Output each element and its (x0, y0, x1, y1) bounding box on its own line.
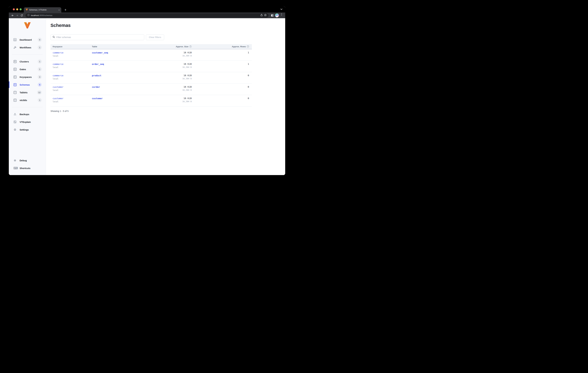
filter-input-container (51, 34, 144, 40)
keyspace-link[interactable]: customer (53, 86, 63, 88)
count-badge: 12 (37, 90, 42, 94)
approx-size-value: 16 KiB (142, 97, 192, 99)
browser-toolbar: localhost:3000/schemas (9, 12, 285, 18)
share-icon[interactable] (260, 14, 263, 17)
letter-icon: R (13, 60, 17, 63)
count-badge: 0 (38, 38, 42, 42)
schemas-table: Keyspace Table Approx. Size ? Approx. Ro… (51, 44, 252, 107)
table-link[interactable]: order_seq (92, 63, 104, 65)
keyboard-icon: ⌨ (13, 166, 17, 170)
sidebar-item-vtexplain[interactable]: VTExplain (9, 118, 46, 126)
tab-strip: Schemas | VTAdmin × + (9, 6, 285, 12)
column-header-keyspace: Keyspace (51, 45, 90, 48)
count-badge: 5 (38, 83, 42, 87)
close-tab-icon[interactable]: × (58, 9, 60, 11)
sidebar-item-vtctlds[interactable]: V vtctlds 1 (9, 96, 46, 104)
site-info-icon[interactable] (27, 14, 30, 17)
zoom-window-button[interactable] (20, 8, 22, 10)
url-address-bar[interactable]: localhost:3000/schemas (25, 13, 269, 18)
letter-icon: K (13, 75, 17, 78)
size-bytes-value: 16,384 B (142, 100, 192, 103)
vitess-logo (24, 22, 31, 29)
back-arrow-icon[interactable] (10, 13, 15, 18)
window-controls (13, 8, 22, 10)
browser-tab[interactable]: Schemas | VTAdmin × (24, 7, 61, 12)
profile-avatar[interactable] (275, 13, 279, 18)
vitess-favicon-icon (26, 9, 28, 11)
checklist-doc-icon (13, 120, 17, 123)
clear-filters-button[interactable]: Clear filters (146, 34, 164, 40)
kebab-menu-icon[interactable] (279, 13, 284, 18)
wrench-icon (13, 46, 17, 49)
sidebar-item-settings[interactable]: ⚙ Settings (9, 126, 46, 133)
approx-rows-value: 0 (192, 74, 249, 77)
table-link[interactable]: customer (92, 97, 103, 100)
download-icon (13, 113, 17, 116)
chevron-down-icon[interactable] (280, 8, 283, 10)
forward-arrow-icon[interactable] (15, 13, 19, 18)
count-badge: 1 (38, 67, 42, 71)
table-body: commerce local customer_seq 16 KiB 16,38… (51, 49, 252, 107)
keyspace-link[interactable]: customer (53, 97, 63, 100)
sidebar-item-gates[interactable]: G Gates 1 (9, 65, 46, 73)
cluster-label: local (53, 77, 90, 80)
main-panel: Schemas Clear filters Keyspace Table App… (46, 18, 285, 175)
sidebar-item-debug[interactable]: Debug (9, 156, 46, 164)
app-content: Dashboard 0 Workflows 1 R Clusters 1 G G… (9, 18, 285, 175)
sidebar-item-keyspaces[interactable]: K Keyspaces 3 (9, 73, 46, 81)
column-header-approx-rows: Approx. Rows ? (192, 45, 252, 48)
approx-rows-value: 0 (192, 86, 249, 88)
count-badge: 1 (38, 98, 42, 102)
sidebar-item-shortcuts[interactable]: ⌨ Shortcuts (9, 164, 46, 172)
gear-icon: ⚙ (13, 128, 17, 131)
sidebar-item-backups[interactable]: Backups (9, 110, 46, 118)
sidebar-item-clusters[interactable]: R Clusters 1 (9, 58, 46, 65)
bug-icon (13, 159, 17, 162)
sidebar-item-tablets[interactable]: T Tablets 12 (9, 88, 46, 96)
close-window-button[interactable] (13, 8, 15, 10)
approx-rows-value: 1 (192, 63, 249, 65)
letter-icon: V (13, 99, 17, 102)
filter-schemas-input[interactable] (56, 36, 142, 38)
keyspace-link[interactable]: commerce (53, 52, 63, 54)
size-bytes-value: 16,384 B (142, 77, 192, 80)
tab-title: Schemas | VTAdmin (29, 9, 57, 11)
minimize-window-button[interactable] (16, 8, 18, 10)
keyspace-link[interactable]: commerce (53, 63, 63, 65)
bookmark-star-icon[interactable] (264, 14, 267, 17)
url-text: localhost:3000/schemas (31, 14, 52, 17)
table-row: commerce local customer_seq 16 KiB 16,38… (51, 49, 252, 61)
reload-icon[interactable] (20, 13, 24, 18)
approx-rows-value: 1 (192, 51, 249, 54)
sidebar-divider (12, 107, 43, 107)
keyspace-link[interactable]: commerce (53, 74, 63, 77)
sidebar-nav: Dashboard 0 Workflows 1 R Clusters 1 G G… (9, 36, 46, 133)
help-icon[interactable]: ? (189, 45, 192, 48)
help-icon[interactable]: ? (247, 45, 249, 48)
sidebar-item-dashboard[interactable]: Dashboard 0 (9, 36, 46, 44)
dashboard-icon (13, 38, 17, 41)
cluster-label: local (53, 89, 90, 91)
size-bytes-value: 16,384 B (142, 55, 192, 57)
column-header-table: Table (90, 45, 142, 48)
approx-size-value: 16 KiB (142, 74, 192, 77)
side-panel-icon[interactable] (270, 13, 274, 18)
sidebar-item-workflows[interactable]: Workflows 1 (9, 44, 46, 51)
letter-icon: G (13, 68, 17, 71)
approx-rows-value: 0 (192, 97, 249, 99)
table-row: commerce local order_seq 16 KiB 16,384 B… (51, 61, 252, 72)
letter-icon: T (13, 91, 17, 94)
table-link[interactable]: corder (92, 86, 100, 88)
count-badge: 1 (38, 45, 42, 49)
table-link[interactable]: product (92, 74, 101, 77)
table-header-row: Keyspace Table Approx. Size ? Approx. Ro… (51, 44, 252, 49)
size-bytes-value: 16,384 B (142, 66, 192, 68)
new-tab-button[interactable]: + (63, 8, 67, 11)
table-link[interactable]: customer_seq (92, 52, 108, 54)
sidebar-item-schemas[interactable]: S Schemas 5 (9, 81, 46, 88)
page-title: Schemas (51, 23, 285, 28)
cluster-label: local (53, 100, 90, 103)
sidebar-nav-bottom: Debug ⌨ Shortcuts (9, 156, 46, 175)
search-icon (52, 36, 55, 39)
table-row: customer local customer 16 KiB 16,384 B … (51, 95, 252, 107)
